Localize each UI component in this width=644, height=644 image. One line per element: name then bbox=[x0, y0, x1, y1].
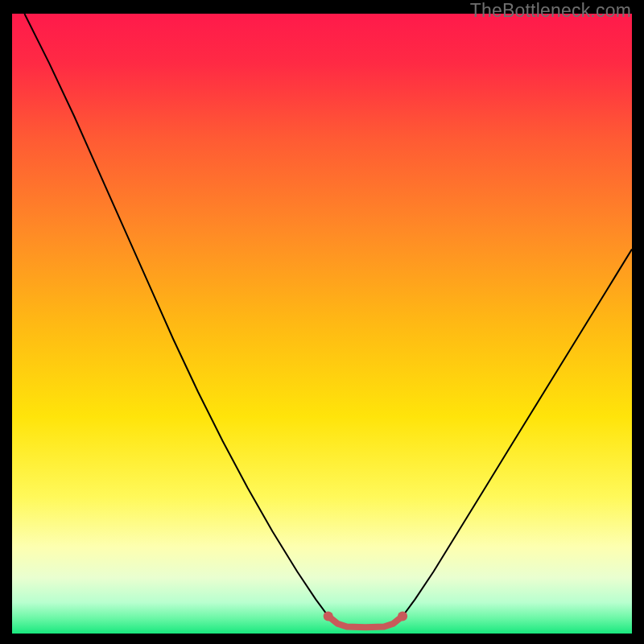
watermark-text: TheBottleneck.com bbox=[470, 0, 631, 22]
bottleneck-chart bbox=[12, 14, 632, 634]
svg-point-1 bbox=[398, 611, 407, 621]
gradient-background bbox=[12, 14, 632, 634]
svg-point-0 bbox=[324, 611, 333, 621]
